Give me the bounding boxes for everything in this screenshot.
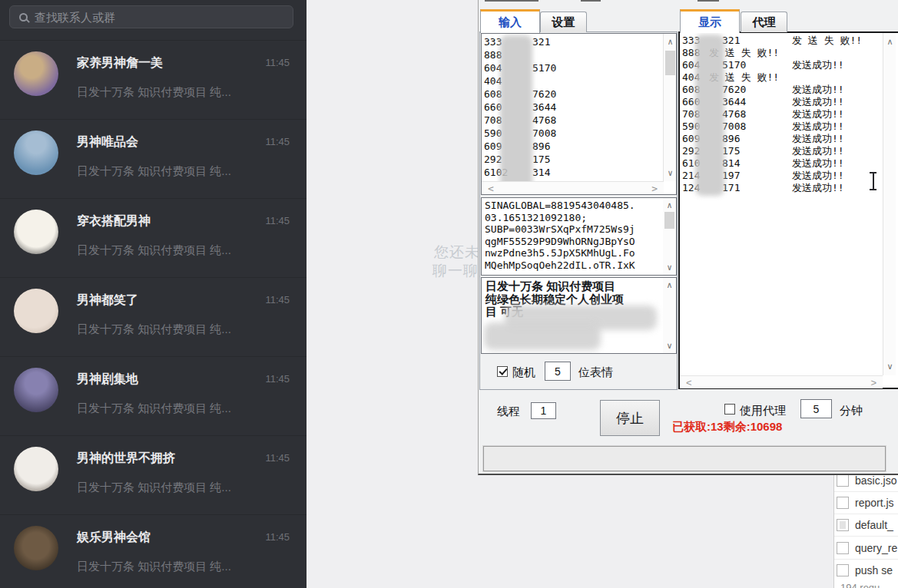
result-number-suffix: 197 <box>722 170 740 182</box>
account-list-hscrollbar[interactable]: < > <box>482 181 664 194</box>
chat-time: 11:45 <box>265 452 290 464</box>
use-proxy-label: 使用代理 <box>740 404 786 418</box>
search-input[interactable] <box>35 11 265 24</box>
account-number: 708 <box>484 114 502 127</box>
chat-item[interactable]: 娱乐男神会馆 11:45 日发十万条 知识付费项目 纯... <box>0 514 307 588</box>
file-checkbox[interactable] <box>837 519 849 531</box>
file-label: basic.jso <box>855 474 896 487</box>
emoji-label: 位表情 <box>578 365 613 380</box>
chat-item[interactable]: 男神唯品会 11:45 日发十万条 知识付费项目 纯... <box>0 119 307 198</box>
result-number-suffix: 7008 <box>722 121 746 133</box>
random-count-input[interactable] <box>545 362 571 381</box>
devtools-row[interactable]: report.js <box>834 492 898 514</box>
devtools-row[interactable]: query_re <box>834 537 898 560</box>
account-number-suffix: 321 <box>532 35 550 48</box>
avatar <box>14 526 58 570</box>
scroll-right-icon[interactable]: > <box>651 182 658 195</box>
chat-item[interactable]: 穿衣搭配男神 11:45 日发十万条 知识付费项目 纯... <box>0 198 307 277</box>
tab-input[interactable]: 输入 <box>480 9 540 33</box>
result-status: 发 送 失 败!! <box>792 35 862 47</box>
use-proxy-checkbox[interactable] <box>724 404 735 415</box>
result-number-suffix: 814 <box>722 157 740 170</box>
file-checkbox[interactable] <box>837 542 849 554</box>
file-label: query_re <box>855 542 897 554</box>
avatar <box>14 289 58 333</box>
result-status: 发送成功!! <box>792 157 844 170</box>
tab-proxy[interactable]: 代理 <box>741 12 787 32</box>
scroll-down-icon[interactable]: ∨ <box>663 263 676 272</box>
account-list[interactable]: 333321 888 6045170 404 6087620 6603644 7… <box>481 33 677 195</box>
scroll-right-icon[interactable]: > <box>870 376 876 389</box>
file-checkbox[interactable] <box>837 564 849 576</box>
result-number-suffix: 896 <box>722 133 740 145</box>
chat-item[interactable]: 男神都笑了 11:45 日发十万条 知识付费项目 纯... <box>0 277 307 356</box>
cutoff-title-mark <box>581 0 601 2</box>
result-status: 发送成功!! <box>792 145 844 157</box>
result-status: 发送成功!! <box>792 170 844 182</box>
scroll-down-icon[interactable]: ∨ <box>663 342 676 350</box>
result-status: 发送成功!! <box>792 96 844 108</box>
account-number-suffix: 7008 <box>532 127 556 140</box>
devtools-row[interactable]: push se <box>834 560 898 582</box>
result-list-vscrollbar[interactable]: ∧ ∨ <box>883 33 896 375</box>
scroll-up-icon[interactable]: ∧ <box>663 201 676 210</box>
file-checkbox[interactable] <box>837 497 849 509</box>
chat-item[interactable]: 男神的世界不拥挤 11:45 日发十万条 知识付费项目 纯... <box>0 435 307 514</box>
scroll-up-icon[interactable]: ∧ <box>663 281 676 289</box>
account-number-suffix: 175 <box>532 153 550 166</box>
thread-count-input[interactable] <box>531 402 556 419</box>
account-number-suffix: 896 <box>532 140 550 153</box>
scroll-up-icon[interactable]: ∧ <box>883 38 896 46</box>
chat-sidebar: 家养男神詹一美 11:45 日发十万条 知识付费项目 纯... 男神唯品会 11… <box>0 0 307 588</box>
tab-settings[interactable]: 设置 <box>540 12 587 32</box>
proxy-minutes-input[interactable] <box>800 399 832 418</box>
message-textarea[interactable]: 日发十万条 知识付费项目 纯绿色长期稳定个人创业项 目 可无 ∧ ∨ <box>481 277 677 354</box>
scroll-down-icon[interactable]: ∨ <box>664 169 677 177</box>
sender-tool-window: 输入 设置 显示 代理 333321 888 6045170 404 60876… <box>478 0 898 475</box>
message-line: 纯绿色长期稳定个人创业项 <box>485 293 662 306</box>
screen: 您还未 聊一聊 家养男神詹一美 11:45 日发十万条 知识付费项目 纯... … <box>0 0 898 588</box>
scroll-left-icon[interactable]: < <box>686 376 692 389</box>
result-list-hscrollbar[interactable]: < > <box>680 375 883 388</box>
chat-preview: 日发十万条 知识付费项目 纯... <box>77 322 231 337</box>
privacy-blur <box>484 322 601 350</box>
account-list-vscrollbar[interactable]: ∧ ∨ <box>663 34 676 181</box>
file-checkbox[interactable] <box>837 474 849 487</box>
account-number: 609 <box>484 140 502 153</box>
result-number-suffix: 7620 <box>722 84 746 96</box>
chat-title: 娱乐男神会馆 <box>77 530 151 546</box>
chat-time: 11:45 <box>265 531 290 543</box>
random-emoji-row: 随机 位表情 <box>480 358 677 386</box>
status-bar <box>483 446 886 471</box>
avatar <box>14 210 58 254</box>
scroll-down-icon[interactable]: ∨ <box>883 362 896 371</box>
tab-display[interactable]: 显示 <box>680 9 740 33</box>
avatar <box>14 51 58 96</box>
message-line: 日发十万条 知识付费项目 <box>485 280 662 293</box>
scroll-thumb[interactable] <box>664 212 674 229</box>
scroll-left-icon[interactable]: < <box>488 182 494 195</box>
tab-settings-label: 设置 <box>552 15 575 30</box>
empty-chat-hint-line2: 聊一聊 <box>432 261 479 281</box>
privacy-blur <box>500 35 532 192</box>
avatar <box>14 447 58 491</box>
devtools-row[interactable]: default_ <box>834 514 898 537</box>
input-tab-page: 333321 888 6045170 404 6087620 6603644 7… <box>479 31 678 390</box>
result-status: 发送成功!! <box>792 121 844 133</box>
cookie-textarea[interactable]: SINAGLOBAL=8819543040485. 03.16513210921… <box>481 197 677 276</box>
stop-button[interactable]: 停止 <box>600 400 660 436</box>
account-number: 604 <box>484 61 502 74</box>
random-checkbox[interactable] <box>497 366 508 377</box>
chat-item[interactable]: 家养男神詹一美 11:45 日发十万条 知识付费项目 纯... <box>0 40 307 119</box>
cookie-vscrollbar[interactable]: ∧ ∨ <box>663 198 676 275</box>
chat-item[interactable]: 男神剧集地 11:45 日发十万条 知识付费项目 纯... <box>0 356 307 435</box>
chat-title: 男神剧集地 <box>77 372 138 388</box>
search-bar[interactable] <box>9 5 293 28</box>
account-number-suffix: 3644 <box>532 101 556 114</box>
scroll-thumb[interactable] <box>665 51 675 75</box>
tab-input-label: 输入 <box>499 15 522 30</box>
message-vscrollbar[interactable]: ∧ ∨ <box>663 278 676 353</box>
scroll-up-icon[interactable]: ∧ <box>664 38 677 46</box>
result-number-suffix: 171 <box>722 182 740 194</box>
display-tab-page: 333321发 送 失 败!! 888发 送 失 败!! 6045170发送成功… <box>678 31 898 389</box>
